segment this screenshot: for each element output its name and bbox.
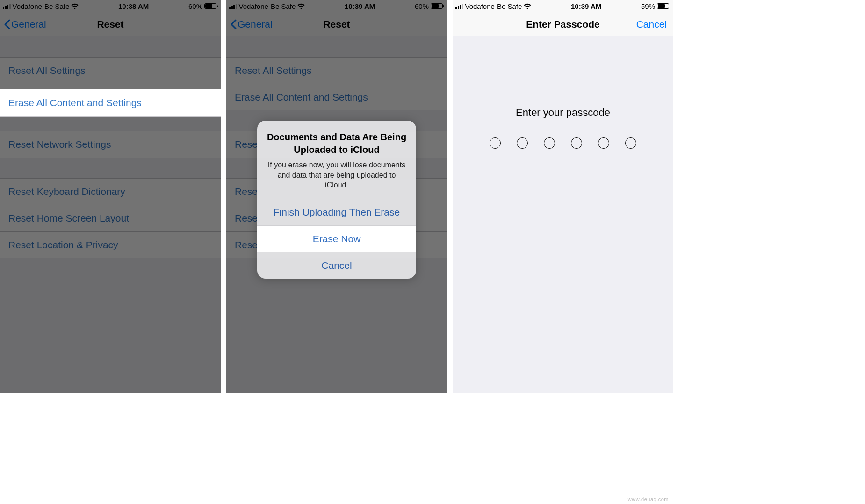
status-bar: Vodafone-Be Safe 10:39 AM 59% xyxy=(453,0,673,12)
alert-cancel-button[interactable]: Cancel xyxy=(257,252,416,279)
passcode-dot xyxy=(517,137,528,149)
passcode-dots[interactable] xyxy=(490,137,636,149)
nav-bar: General Reset xyxy=(226,12,447,36)
carrier-label: Vodafone-Be Safe xyxy=(239,2,296,10)
battery-icon xyxy=(657,3,670,9)
cell-signal-icon xyxy=(3,3,11,9)
status-bar: Vodafone-Be Safe 10:39 AM 60% xyxy=(226,0,447,12)
passcode-body: Enter your passcode xyxy=(453,36,673,393)
status-bar: Vodafone-Be Safe 10:38 AM 60% xyxy=(0,0,221,12)
alert-finish-uploading-button[interactable]: Finish Uploading Then Erase xyxy=(257,199,416,225)
passcode-dot xyxy=(544,137,555,149)
alert-title: Documents and Data Are Being Uploaded to… xyxy=(267,131,407,156)
watermark: www.deuaq.com xyxy=(628,497,669,502)
back-button[interactable]: General xyxy=(230,19,273,30)
wifi-icon xyxy=(524,3,531,9)
cell-reset-all-settings[interactable]: Reset All Settings xyxy=(226,58,447,84)
carrier-label: Vodafone-Be Safe xyxy=(13,2,70,10)
passcode-dot xyxy=(625,137,636,149)
cancel-button[interactable]: Cancel xyxy=(636,19,667,30)
battery-icon xyxy=(431,3,444,9)
battery-percent: 60% xyxy=(188,2,202,10)
status-time: 10:39 AM xyxy=(345,2,375,10)
status-time: 10:39 AM xyxy=(571,2,601,10)
cell-erase-all-highlight[interactable]: Erase All Content and Settings xyxy=(0,89,221,117)
screen-enter-passcode: Vodafone-Be Safe 10:39 AM 59% Enter Pass… xyxy=(453,0,673,393)
nav-bar: Enter Passcode Cancel xyxy=(453,12,673,36)
battery-percent: 60% xyxy=(415,2,429,10)
chevron-left-icon xyxy=(230,19,237,29)
screen-reset: Vodafone-Be Safe 10:38 AM 60% General Re… xyxy=(0,0,221,393)
battery-icon xyxy=(204,3,218,9)
back-label: General xyxy=(11,19,46,30)
carrier-label: Vodafone-Be Safe xyxy=(465,2,522,10)
passcode-prompt: Enter your passcode xyxy=(516,107,610,119)
cell-reset-home[interactable]: Reset Home Screen Layout xyxy=(0,205,221,232)
nav-bar: General Reset xyxy=(0,12,221,36)
alert-message: If you erase now, you will lose document… xyxy=(267,160,407,190)
cell-reset-network[interactable]: Reset Network Settings xyxy=(0,131,221,158)
passcode-dot xyxy=(490,137,501,149)
wifi-icon xyxy=(297,3,305,9)
cell-reset-location[interactable]: Reset Location & Privacy xyxy=(0,232,221,258)
alert-erase-now-button[interactable]: Erase Now xyxy=(257,225,416,252)
cell-reset-all-settings[interactable]: Reset All Settings xyxy=(0,58,221,84)
cell-reset-keyboard[interactable]: Reset Keyboard Dictionary xyxy=(0,179,221,205)
cell-signal-icon xyxy=(229,3,237,9)
chevron-left-icon xyxy=(4,19,10,29)
back-button[interactable]: General xyxy=(4,19,46,30)
wifi-icon xyxy=(71,3,79,9)
back-label: General xyxy=(238,19,273,30)
status-time: 10:38 AM xyxy=(118,2,149,10)
passcode-dot xyxy=(598,137,609,149)
passcode-dot xyxy=(571,137,582,149)
icloud-upload-alert: Documents and Data Are Being Uploaded to… xyxy=(257,121,416,279)
battery-percent: 59% xyxy=(641,2,655,10)
screen-reset-alert: Vodafone-Be Safe 10:39 AM 60% General Re… xyxy=(226,0,447,393)
cell-signal-icon xyxy=(455,3,463,9)
cell-erase-all-content[interactable]: Erase All Content and Settings xyxy=(226,84,447,110)
